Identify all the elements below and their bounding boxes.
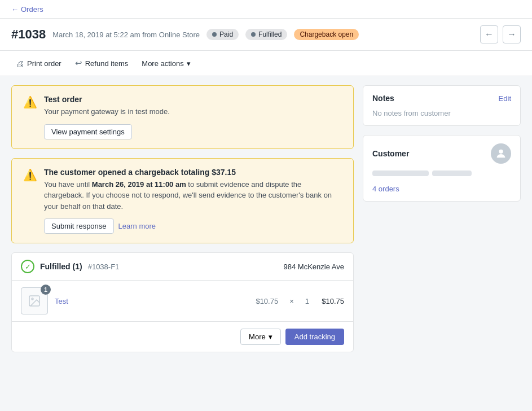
print-order-button[interactable]: 🖨 Print order: [11, 56, 66, 71]
order-header: #1038 March 18, 2019 at 5:22 am from Onl…: [0, 19, 532, 51]
chargeback-warning-icon: ⚠️: [23, 168, 37, 234]
product-image-placeholder: [28, 294, 41, 308]
customer-card: Customer 4 orders: [363, 135, 521, 202]
quantity-badge: 1: [41, 285, 51, 295]
submit-response-button[interactable]: Submit response: [44, 218, 114, 234]
order-meta: March 18, 2019 at 5:22 am from Online St…: [52, 30, 200, 39]
fulfilled-check-icon: ✓: [21, 260, 34, 273]
fulfilled-card-header: ✓ Fulfilled (1) #1038-F1 984 McKenzie Av…: [12, 253, 353, 281]
breadcrumb-bar: ← Orders: [0, 0, 532, 19]
chargeback-alert: ⚠️ The customer opened a chargeback tota…: [11, 158, 354, 244]
fulfilled-badge-label: Fulfilled: [258, 30, 282, 38]
paid-badge: Paid: [206, 29, 239, 40]
main-right: Notes Edit No notes from customer Custom…: [363, 85, 521, 352]
main-left: ⚠️ Test order Your payment gateway is in…: [11, 85, 354, 352]
orders-breadcrumb[interactable]: ← Orders: [11, 5, 43, 18]
order-title: #1038: [11, 27, 46, 42]
fulfilled-card-footer: More ▾ Add tracking: [12, 321, 353, 352]
chargeback-body: You have until March 26, 2019 at 11:00 a…: [44, 179, 342, 212]
notes-card: Notes Edit No notes from customer: [363, 85, 521, 126]
test-order-alert-content: Test order Your payment gateway is in te…: [44, 95, 342, 139]
chevron-down-icon: ▾: [187, 59, 191, 68]
svg-point-1: [32, 298, 33, 300]
customer-name-placeholder-group: [372, 170, 511, 180]
customer-orders-link[interactable]: 4 orders: [372, 185, 399, 193]
paid-badge-dot: [212, 32, 217, 37]
test-order-body: Your payment gateway is in test mode.: [44, 106, 342, 117]
view-payment-settings-button[interactable]: View payment settings: [44, 124, 132, 139]
customer-avatar: [491, 143, 511, 164]
product-price: $10.75: [256, 297, 278, 305]
back-arrow-icon: ←: [11, 5, 19, 14]
product-qty: 1: [305, 297, 309, 305]
warning-icon: ⚠️: [23, 95, 37, 139]
nav-arrows: ← →: [480, 25, 521, 43]
fulfilled-badge: Fulfilled: [245, 29, 287, 40]
notes-edit-button[interactable]: Edit: [499, 94, 511, 103]
fulfilled-address: 984 McKenzie Ave: [284, 263, 344, 271]
test-order-actions: View payment settings: [44, 124, 342, 139]
notes-header: Notes Edit: [372, 94, 511, 103]
product-name[interactable]: Test: [55, 297, 249, 305]
fulfilled-title-group: ✓ Fulfilled (1) #1038-F1: [21, 260, 119, 273]
next-order-button[interactable]: →: [503, 25, 521, 43]
chargeback-title: The customer opened a chargeback totalin…: [44, 168, 342, 177]
customer-name-placeholder-1: [372, 170, 429, 176]
more-actions-button[interactable]: More actions ▾: [137, 56, 195, 71]
chargeback-body-before: You have until: [44, 180, 92, 189]
refund-items-button[interactable]: ↩ Refund items: [71, 55, 133, 71]
toolbar: 🖨 Print order ↩ Refund items More action…: [0, 51, 532, 76]
notes-empty-text: No notes from customer: [372, 109, 451, 117]
print-label: Print order: [27, 59, 61, 68]
more-btn-label: More: [249, 333, 266, 341]
chargeback-badge-label: Chargeback open: [300, 30, 353, 38]
main-content: ⚠️ Test order Your payment gateway is in…: [0, 76, 532, 361]
product-total: $10.75: [316, 297, 344, 305]
prev-order-button[interactable]: ←: [480, 25, 498, 43]
refund-icon: ↩: [75, 58, 82, 68]
svg-point-2: [499, 150, 503, 154]
fulfilled-card: ✓ Fulfilled (1) #1038-F1 984 McKenzie Av…: [11, 252, 354, 352]
notes-title: Notes: [372, 94, 394, 103]
add-tracking-button[interactable]: Add tracking: [285, 329, 344, 345]
printer-icon: 🖨: [16, 59, 24, 68]
more-actions-label: More actions: [142, 59, 183, 68]
test-order-title: Test order: [44, 95, 342, 104]
avatar-icon: [495, 147, 507, 160]
test-order-alert: ⚠️ Test order Your payment gateway is in…: [11, 85, 354, 149]
product-thumbnail: 1: [21, 287, 48, 314]
more-button[interactable]: More ▾: [240, 329, 281, 345]
fulfilled-id: #1038-F1: [88, 263, 120, 271]
learn-more-button[interactable]: Learn more: [118, 222, 156, 230]
fulfilled-label: Fulfilled (1): [40, 262, 82, 271]
chargeback-badge: Chargeback open: [294, 29, 359, 40]
checkmark-icon: ✓: [25, 263, 31, 271]
chargeback-actions: Submit response Learn more: [44, 218, 342, 234]
chargeback-alert-content: The customer opened a chargeback totalin…: [44, 168, 342, 234]
customer-name-placeholder-2: [432, 170, 472, 176]
chargeback-deadline: March 26, 2019 at 11:00 am: [92, 180, 186, 189]
product-row: 1 Test $10.75 × 1 $10.75: [12, 281, 353, 321]
customer-title: Customer: [372, 149, 409, 158]
left-arrow-icon: ←: [485, 29, 494, 40]
right-arrow-icon: →: [507, 29, 516, 40]
fulfilled-badge-dot: [251, 32, 256, 37]
breadcrumb-label: Orders: [21, 5, 43, 14]
product-qty-separator: ×: [289, 297, 294, 305]
order-header-left: #1038 March 18, 2019 at 5:22 am from Onl…: [11, 27, 359, 42]
more-chevron-icon: ▾: [269, 333, 272, 341]
customer-header: Customer: [372, 143, 511, 164]
paid-badge-label: Paid: [219, 30, 233, 38]
refund-label: Refund items: [85, 59, 129, 68]
